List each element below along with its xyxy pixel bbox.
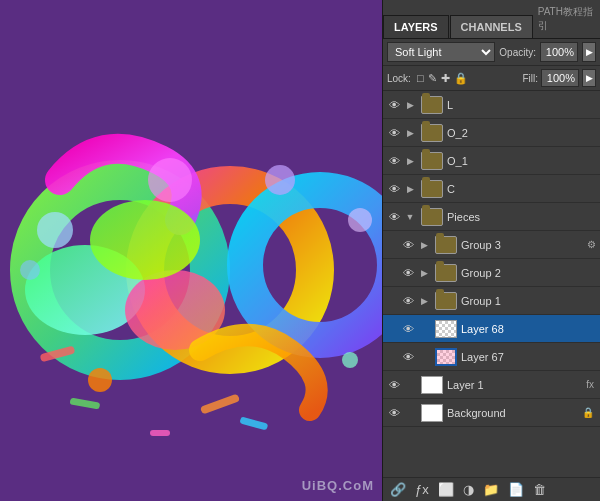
lock-badge-Background: 🔒	[582, 407, 594, 418]
layer-name-Background: Background	[447, 407, 582, 419]
layer-name-Layer68: Layer 68	[461, 323, 598, 335]
expand-icon-Group1[interactable]: ▶	[421, 296, 428, 306]
eye-icon-Group1[interactable]: 👁	[403, 295, 414, 307]
blend-mode-row: NormalDissolveMultiplyScreenOverlaySoft …	[383, 39, 600, 66]
opacity-label: Opacity:	[499, 47, 536, 58]
layer-item-O1[interactable]: 👁 ▶ O_1	[383, 147, 600, 175]
expand-icon-Group2[interactable]: ▶	[421, 268, 428, 278]
expand-icon-Group3[interactable]: ▶	[421, 240, 428, 250]
layer-item-Group1[interactable]: 👁 ▶ Group 1	[383, 287, 600, 315]
thumb-Layer67	[435, 348, 457, 366]
svg-rect-15	[200, 393, 240, 414]
eye-icon-L[interactable]: 👁	[389, 99, 400, 111]
svg-point-9	[265, 165, 295, 195]
thumb-O2	[421, 124, 443, 142]
fx-badge-Layer1: fx	[586, 379, 594, 390]
layer-name-Group3: Group 3	[461, 239, 587, 251]
layer-item-C[interactable]: 👁 ▶ C	[383, 175, 600, 203]
layers-panel: LAYERS CHANNELS PATH教程指引 NormalDissolveM…	[382, 0, 600, 501]
lock-transparent-icon[interactable]: □	[417, 72, 424, 85]
layer-name-C: C	[447, 183, 598, 195]
svg-rect-16	[239, 416, 268, 430]
thumb-Layer1	[421, 376, 443, 394]
svg-point-11	[88, 368, 112, 392]
expand-icon-C[interactable]: ▶	[407, 184, 414, 194]
thumb-L	[421, 96, 443, 114]
layer-name-Layer1: Layer 1	[447, 379, 586, 391]
thumb-Background	[421, 404, 443, 422]
layer-name-O2: O_2	[447, 127, 598, 139]
eye-icon-Layer1[interactable]: 👁	[389, 379, 400, 391]
eye-icon-Group2[interactable]: 👁	[403, 267, 414, 279]
eye-icon-Pieces[interactable]: 👁	[389, 211, 400, 223]
svg-rect-14	[70, 397, 101, 409]
thumb-Group3	[435, 236, 457, 254]
tab-paths[interactable]: PATH教程指引	[534, 0, 600, 38]
layer-item-Pieces[interactable]: 👁 ▼ Pieces	[383, 203, 600, 231]
layer-name-L: L	[447, 99, 598, 111]
blend-mode-select[interactable]: NormalDissolveMultiplyScreenOverlaySoft …	[387, 42, 495, 62]
expand-icon-O1[interactable]: ▶	[407, 156, 414, 166]
link-layers-button[interactable]: 🔗	[387, 481, 409, 498]
layer-item-L[interactable]: 👁 ▶ L	[383, 91, 600, 119]
tab-bar: LAYERS CHANNELS PATH教程指引	[383, 0, 600, 39]
eye-icon-Group3[interactable]: 👁	[403, 239, 414, 251]
layer-item-Group3[interactable]: 👁 ▶ Group 3 ⚙	[383, 231, 600, 259]
canvas-area: UiBQ.CoM	[0, 0, 382, 501]
expand-icon-Pieces[interactable]: ▼	[406, 212, 415, 222]
layer-item-Layer1[interactable]: 👁 Layer 1 fx	[383, 371, 600, 399]
layers-list[interactable]: 👁 ▶ L 👁 ▶ O_2 👁 ▶ O_1 👁 ▶ C 👁	[383, 91, 600, 477]
layer-name-O1: O_1	[447, 155, 598, 167]
eye-icon-O2[interactable]: 👁	[389, 127, 400, 139]
svg-point-7	[20, 260, 40, 280]
add-mask-button[interactable]: ⬜	[435, 481, 457, 498]
lock-icons: □ ✎ ✚ 🔒	[417, 72, 468, 85]
fill-arrow[interactable]: ▶	[582, 69, 596, 87]
eye-icon-Layer67[interactable]: 👁	[403, 351, 414, 363]
opacity-arrow[interactable]: ▶	[582, 42, 596, 62]
svg-rect-17	[150, 430, 170, 436]
watermark: UiBQ.CoM	[302, 478, 374, 493]
layer-item-Background[interactable]: 👁 Background 🔒	[383, 399, 600, 427]
svg-point-6	[37, 212, 73, 248]
svg-point-10	[348, 208, 372, 232]
lock-position-icon[interactable]: ✚	[441, 72, 450, 85]
adjustment-button[interactable]: ◑	[460, 481, 477, 498]
new-group-button[interactable]: 📁	[480, 481, 502, 498]
expand-icon-L[interactable]: ▶	[407, 100, 414, 110]
lock-label: Lock:	[387, 73, 411, 84]
opacity-input[interactable]	[540, 42, 578, 62]
svg-point-12	[342, 352, 358, 368]
new-layer-button[interactable]: 📄	[505, 481, 527, 498]
svg-point-8	[148, 158, 192, 202]
delete-layer-button[interactable]: 🗑	[530, 481, 549, 498]
eye-icon-C[interactable]: 👁	[389, 183, 400, 195]
thumb-Group2	[435, 264, 457, 282]
layer-item-Group2[interactable]: 👁 ▶ Group 2	[383, 259, 600, 287]
layer-name-Pieces: Pieces	[447, 211, 598, 223]
fx-button[interactable]: ƒx	[412, 481, 432, 498]
svg-point-5	[90, 200, 200, 280]
layer-item-Layer67[interactable]: 👁 Layer 67	[383, 343, 600, 371]
layer-name-Group2: Group 2	[461, 267, 598, 279]
thumb-Pieces	[421, 208, 443, 226]
layer-name-Layer67: Layer 67	[461, 351, 598, 363]
layer-item-Layer68[interactable]: 👁 Layer 68	[383, 315, 600, 343]
group-settings-icon[interactable]: ⚙	[587, 239, 596, 250]
eye-icon-Background[interactable]: 👁	[389, 407, 400, 419]
lock-image-icon[interactable]: ✎	[428, 72, 437, 85]
thumb-O1	[421, 152, 443, 170]
tab-channels[interactable]: CHANNELS	[450, 15, 533, 38]
expand-icon-O2[interactable]: ▶	[407, 128, 414, 138]
layer-item-O2[interactable]: 👁 ▶ O_2	[383, 119, 600, 147]
lock-all-icon[interactable]: 🔒	[454, 72, 468, 85]
tab-layers[interactable]: LAYERS	[383, 15, 449, 38]
layer-name-Group1: Group 1	[461, 295, 598, 307]
eye-icon-O1[interactable]: 👁	[389, 155, 400, 167]
thumb-Layer68	[435, 320, 457, 338]
eye-icon-Layer68[interactable]: 👁	[403, 323, 414, 335]
fill-section: Fill: ▶	[522, 69, 596, 87]
thumb-Group1	[435, 292, 457, 310]
lock-row: Lock: □ ✎ ✚ 🔒 Fill: ▶	[383, 66, 600, 91]
fill-input[interactable]	[541, 69, 579, 87]
